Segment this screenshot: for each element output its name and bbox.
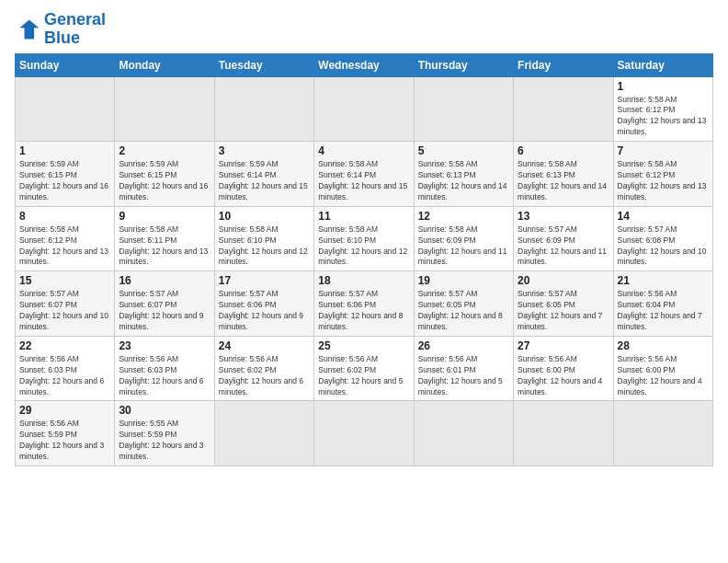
table-row: 30 Sunrise: 5:55 AMSunset: 5:59 PMDaylig… xyxy=(115,401,214,466)
table-row xyxy=(414,76,513,142)
table-row: 1 Sunrise: 5:59 AMSunset: 6:15 PMDayligh… xyxy=(16,142,115,207)
day-info: Sunrise: 5:56 AMSunset: 6:01 PMDaylight:… xyxy=(418,354,509,398)
day-info: Sunrise: 5:55 AMSunset: 5:59 PMDaylight:… xyxy=(119,419,210,463)
day-number: 11 xyxy=(318,210,409,223)
table-row: 12 Sunrise: 5:58 AMSunset: 6:09 PMDaylig… xyxy=(414,206,513,271)
table-row xyxy=(314,401,414,466)
table-row: 2 Sunrise: 5:59 AMSunset: 6:15 PMDayligh… xyxy=(115,142,214,207)
day-number: 7 xyxy=(618,144,709,157)
day-info: Sunrise: 5:58 AMSunset: 6:09 PMDaylight:… xyxy=(418,224,509,269)
day-number: 17 xyxy=(219,274,310,287)
table-row: 18 Sunrise: 5:57 AMSunset: 6:06 PMDaylig… xyxy=(314,271,414,337)
table-row: 9 Sunrise: 5:58 AMSunset: 6:11 PMDayligh… xyxy=(115,206,214,271)
table-row: 22 Sunrise: 5:56 AMSunset: 6:03 PMDaylig… xyxy=(16,336,115,401)
table-row xyxy=(514,76,613,142)
day-number: 3 xyxy=(219,144,310,157)
day-info: Sunrise: 5:57 AMSunset: 6:08 PMDaylight:… xyxy=(618,224,709,269)
day-info: Sunrise: 5:58 AMSunset: 6:10 PMDaylight:… xyxy=(219,224,310,269)
day-info: Sunrise: 5:59 AMSunset: 6:14 PMDaylight:… xyxy=(219,159,310,203)
day-number: 26 xyxy=(418,339,509,352)
day-info: Sunrise: 5:57 AMSunset: 6:09 PMDaylight:… xyxy=(518,224,609,269)
day-info: Sunrise: 5:58 AMSunset: 6:12 PMDaylight:… xyxy=(618,159,709,203)
day-info: Sunrise: 5:56 AMSunset: 5:59 PMDaylight:… xyxy=(19,419,110,463)
day-number: 12 xyxy=(418,210,509,223)
day-info: Sunrise: 5:57 AMSunset: 6:05 PMDaylight:… xyxy=(518,289,609,333)
calendar-table: Sunday Monday Tuesday Wednesday Thursday… xyxy=(15,53,713,466)
day-info: Sunrise: 5:57 AMSunset: 6:07 PMDaylight:… xyxy=(19,289,110,333)
table-row: 4 Sunrise: 5:58 AMSunset: 6:14 PMDayligh… xyxy=(314,142,414,207)
day-number: 2 xyxy=(119,144,210,157)
table-row xyxy=(514,401,613,466)
day-info: Sunrise: 5:57 AMSunset: 6:05 PMDaylight:… xyxy=(418,289,509,333)
logo-text: General Blue xyxy=(44,11,106,48)
day-number: 22 xyxy=(19,339,110,352)
table-row: 3 Sunrise: 5:59 AMSunset: 6:14 PMDayligh… xyxy=(214,142,313,207)
day-number: 25 xyxy=(318,339,409,352)
table-row: 19 Sunrise: 5:57 AMSunset: 6:05 PMDaylig… xyxy=(414,271,513,337)
table-row xyxy=(214,76,313,142)
day-number: 10 xyxy=(219,210,310,223)
day-number: 29 xyxy=(19,404,110,417)
day-number: 6 xyxy=(518,144,609,157)
day-info: Sunrise: 5:57 AMSunset: 6:06 PMDaylight:… xyxy=(318,289,409,333)
table-row: 7 Sunrise: 5:58 AMSunset: 6:12 PMDayligh… xyxy=(613,142,712,207)
table-row: 14 Sunrise: 5:57 AMSunset: 6:08 PMDaylig… xyxy=(613,206,712,271)
day-number: 19 xyxy=(418,274,509,287)
day-number: 13 xyxy=(518,210,609,223)
day-number: 30 xyxy=(119,404,210,417)
day-info: Sunrise: 5:58 AMSunset: 6:12 PMDaylight:… xyxy=(618,95,709,139)
table-row: 28 Sunrise: 5:56 AMSunset: 6:00 PMDaylig… xyxy=(613,336,712,401)
table-row: 24 Sunrise: 5:56 AMSunset: 6:02 PMDaylig… xyxy=(214,336,313,401)
day-info: Sunrise: 5:58 AMSunset: 6:10 PMDaylight:… xyxy=(318,224,409,269)
day-number: 1 xyxy=(19,144,110,157)
day-number: 14 xyxy=(618,210,709,223)
day-number: 27 xyxy=(518,339,609,352)
day-info: Sunrise: 5:56 AMSunset: 6:03 PMDaylight:… xyxy=(119,354,210,398)
table-row: 23 Sunrise: 5:56 AMSunset: 6:03 PMDaylig… xyxy=(115,336,214,401)
day-number: 8 xyxy=(19,210,110,223)
table-row: 25 Sunrise: 5:56 AMSunset: 6:02 PMDaylig… xyxy=(314,336,414,401)
day-info: Sunrise: 5:58 AMSunset: 6:11 PMDaylight:… xyxy=(119,224,210,269)
table-row xyxy=(414,401,513,466)
col-saturday: Saturday xyxy=(613,53,712,76)
day-info: Sunrise: 5:58 AMSunset: 6:13 PMDaylight:… xyxy=(418,159,509,203)
day-number: 20 xyxy=(518,274,609,287)
day-info: Sunrise: 5:56 AMSunset: 6:00 PMDaylight:… xyxy=(518,354,609,398)
table-row: 11 Sunrise: 5:58 AMSunset: 6:10 PMDaylig… xyxy=(314,206,414,271)
table-row: 5 Sunrise: 5:58 AMSunset: 6:13 PMDayligh… xyxy=(414,142,513,207)
day-info: Sunrise: 5:56 AMSunset: 6:03 PMDaylight:… xyxy=(19,354,110,398)
table-row: 10 Sunrise: 5:58 AMSunset: 6:10 PMDaylig… xyxy=(214,206,313,271)
day-number: 23 xyxy=(119,339,210,352)
table-row xyxy=(16,76,115,142)
table-row: 16 Sunrise: 5:57 AMSunset: 6:07 PMDaylig… xyxy=(115,271,214,337)
day-number: 18 xyxy=(318,274,409,287)
table-row: 20 Sunrise: 5:57 AMSunset: 6:05 PMDaylig… xyxy=(514,271,613,337)
table-row: 27 Sunrise: 5:56 AMSunset: 6:00 PMDaylig… xyxy=(514,336,613,401)
header-row: Sunday Monday Tuesday Wednesday Thursday… xyxy=(16,53,713,76)
day-number: 9 xyxy=(119,210,210,223)
day-info: Sunrise: 5:59 AMSunset: 6:15 PMDaylight:… xyxy=(19,159,110,203)
day-number: 15 xyxy=(19,274,110,287)
day-number: 5 xyxy=(418,144,509,157)
table-row: 15 Sunrise: 5:57 AMSunset: 6:07 PMDaylig… xyxy=(16,271,115,337)
table-row: 8 Sunrise: 5:58 AMSunset: 6:12 PMDayligh… xyxy=(16,206,115,271)
col-monday: Monday xyxy=(115,53,214,76)
table-row: 17 Sunrise: 5:57 AMSunset: 6:06 PMDaylig… xyxy=(214,271,313,337)
day-info: Sunrise: 5:58 AMSunset: 6:12 PMDaylight:… xyxy=(19,224,110,269)
day-number: 24 xyxy=(219,339,310,352)
day-info: Sunrise: 5:57 AMSunset: 6:06 PMDaylight:… xyxy=(219,289,310,333)
table-row: 1 Sunrise: 5:58 AMSunset: 6:12 PMDayligh… xyxy=(613,76,712,142)
day-number: 21 xyxy=(618,274,709,287)
table-row: 13 Sunrise: 5:57 AMSunset: 6:09 PMDaylig… xyxy=(514,206,613,271)
logo: General Blue xyxy=(15,11,106,48)
svg-marker-0 xyxy=(19,19,39,39)
table-row xyxy=(314,76,414,142)
header: General Blue xyxy=(15,11,713,48)
table-row: 29 Sunrise: 5:56 AMSunset: 5:59 PMDaylig… xyxy=(16,401,115,466)
table-row xyxy=(613,401,712,466)
day-number: 1 xyxy=(618,80,709,93)
table-row: 26 Sunrise: 5:56 AMSunset: 6:01 PMDaylig… xyxy=(414,336,513,401)
day-info: Sunrise: 5:56 AMSunset: 6:02 PMDaylight:… xyxy=(318,354,409,398)
day-number: 28 xyxy=(618,339,709,352)
day-info: Sunrise: 5:56 AMSunset: 6:04 PMDaylight:… xyxy=(618,289,709,333)
